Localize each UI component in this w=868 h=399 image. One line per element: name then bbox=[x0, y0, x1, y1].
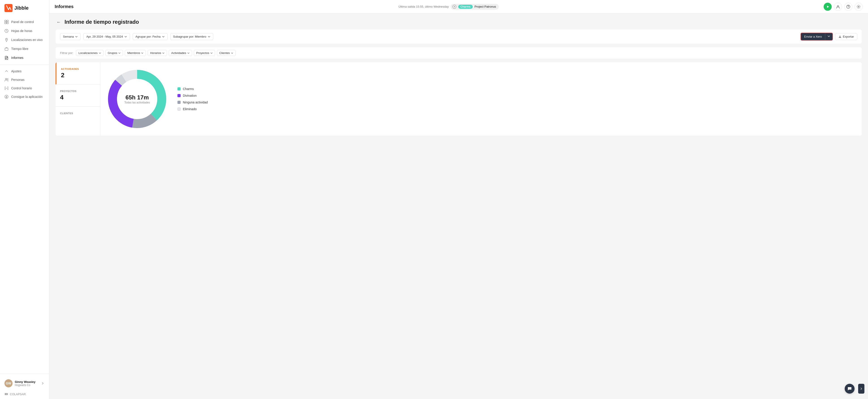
legend-item-divination: Divination bbox=[178, 94, 208, 97]
stat-actividades-value: 2 bbox=[61, 72, 96, 79]
sidebar-item-control[interactable]: Control horario bbox=[0, 84, 49, 93]
stat-clientes-label: CLIENTES bbox=[60, 112, 96, 114]
stat-actividades-label: ACTIVIDADES bbox=[61, 68, 96, 70]
filter-chip-miembros-label: Miembros bbox=[127, 51, 140, 55]
filter-chip-clientes[interactable]: Clientes bbox=[217, 50, 236, 56]
filter-chip-clientes-label: Clientes bbox=[219, 51, 230, 55]
user-profile-row[interactable]: GW Ginny Weasley Hogwarts Co bbox=[0, 377, 49, 390]
help-icon-btn[interactable] bbox=[844, 3, 852, 11]
filter-chip-grupos[interactable]: Grupos bbox=[105, 50, 123, 56]
date-range-label: Apr, 29 2024 - May, 05 2024 bbox=[86, 35, 123, 38]
last-exit-text: Última salida 15:55, último Wednesday bbox=[399, 5, 449, 8]
donut-total-time: 65h 17m bbox=[124, 94, 150, 101]
download-circle-icon bbox=[4, 95, 8, 99]
stats-panel: ACTIVIDADES 2 PROYECTOS 4 CLIENTES bbox=[56, 62, 100, 136]
svg-rect-4 bbox=[7, 22, 8, 24]
download-icon bbox=[838, 35, 842, 38]
charms-badge: Charms bbox=[458, 5, 473, 9]
chart-legend: Charms Divination Ninguna actividad Elim… bbox=[178, 87, 208, 111]
profile-icon-btn[interactable] bbox=[834, 3, 842, 11]
legend-label-eliminado: Eliminado bbox=[183, 107, 196, 111]
sidebar-item-informes-label: Informes bbox=[11, 56, 23, 60]
settings-icon-btn[interactable] bbox=[855, 3, 863, 11]
group-by-filter-btn[interactable]: Agrupar por: Fecha bbox=[133, 33, 167, 40]
sidebar-item-informes[interactable]: Informes bbox=[0, 53, 49, 62]
legend-label-divination: Divination bbox=[183, 94, 196, 97]
svg-rect-3 bbox=[5, 22, 6, 24]
period-filter-btn[interactable]: Semana bbox=[60, 33, 81, 40]
chat-expand-button[interactable] bbox=[858, 384, 864, 394]
svg-point-9 bbox=[7, 78, 8, 80]
play-button[interactable] bbox=[824, 3, 832, 11]
timer-badge[interactable]: Charms Project Patronus bbox=[451, 4, 499, 10]
export-label: Exportar bbox=[843, 35, 854, 38]
legend-label-ninguna: Ninguna actividad bbox=[183, 101, 208, 104]
chevron-down-icon-hor bbox=[162, 52, 164, 54]
filter-chip-localizaciones[interactable]: Localizaciones bbox=[76, 50, 103, 56]
group-by-label: Agrupar por: Fecha bbox=[135, 35, 161, 38]
sidebar-item-localizaciones-label: Localizaciones en vivo bbox=[11, 38, 42, 42]
filter-chip-miembros[interactable]: Miembros bbox=[125, 50, 146, 56]
legend-item-eliminado: Eliminado bbox=[178, 107, 208, 111]
chat-button[interactable] bbox=[845, 384, 855, 394]
sidebar: Jibble Panel de control Hojas de horas bbox=[0, 0, 49, 399]
send-xero-label: Enviar a Xero bbox=[801, 33, 825, 40]
filter-by-label: Filtrar por: bbox=[60, 51, 73, 55]
project-tag: Project Patronus bbox=[474, 5, 496, 8]
top-header: Informes Última salida 15:55, último Wed… bbox=[49, 0, 868, 13]
sidebar-item-ajustes-label: Ajustes bbox=[11, 69, 22, 73]
user-name: Ginny Weasley bbox=[15, 380, 39, 384]
filter-chip-proyectos[interactable]: Proyectos bbox=[194, 50, 215, 56]
back-button[interactable]: ← bbox=[56, 20, 62, 25]
settings-icon bbox=[857, 5, 861, 9]
sidebar-item-localizaciones[interactable]: Localizaciones en vivo bbox=[0, 35, 49, 44]
legend-label-charms: Charms bbox=[183, 87, 194, 91]
sidebar-item-tiempo-label: Tiempo libre bbox=[11, 47, 28, 51]
chevron-down-icon-2 bbox=[124, 35, 127, 38]
send-xero-button[interactable]: Enviar a Xero bbox=[801, 33, 833, 40]
legend-dot-ninguna bbox=[178, 101, 181, 104]
play-icon-small bbox=[453, 5, 456, 9]
header-actions bbox=[824, 3, 863, 11]
sidebar-item-panel[interactable]: Panel de control bbox=[0, 18, 49, 26]
chevron-up-icon bbox=[4, 69, 8, 73]
sidebar-item-hojas[interactable]: Hojas de horas bbox=[0, 26, 49, 35]
chevron-down-icon-xero bbox=[828, 35, 830, 38]
sidebar-item-personas-label: Personas bbox=[11, 78, 24, 81]
scan-icon bbox=[4, 86, 8, 90]
date-range-filter-btn[interactable]: Apr, 29 2024 - May, 05 2024 bbox=[83, 33, 130, 40]
filter-chip-actividades-label: Actividades bbox=[171, 51, 186, 55]
page-title: Informe de tiempo registrado bbox=[65, 19, 139, 25]
svg-point-8 bbox=[5, 78, 7, 80]
filter-chip-actividades[interactable]: Actividades bbox=[169, 50, 192, 56]
briefcase-icon bbox=[4, 47, 8, 51]
chevron-down-icon-mem bbox=[141, 52, 144, 54]
sidebar-item-ajustes[interactable]: Ajustes bbox=[0, 67, 49, 75]
help-icon bbox=[846, 5, 850, 9]
export-button[interactable]: Exportar bbox=[835, 33, 857, 40]
chevron-down-icon-loc bbox=[99, 52, 101, 54]
donut-center: 65h 17m Todas las actividades bbox=[124, 94, 150, 104]
chevron-down-icon-act bbox=[187, 52, 190, 54]
stats-chart-row: ACTIVIDADES 2 PROYECTOS 4 CLIENTES bbox=[56, 62, 862, 136]
logo-text: Jibble bbox=[14, 5, 29, 11]
sidebar-item-personas[interactable]: Personas bbox=[0, 75, 49, 84]
legend-dot-charms bbox=[178, 87, 181, 91]
sidebar-item-panel-label: Panel de control bbox=[11, 20, 34, 24]
action-buttons: Enviar a Xero Exportar bbox=[801, 33, 857, 40]
jibble-logo-icon bbox=[4, 4, 12, 12]
filter-chip-horarios[interactable]: Horarios bbox=[148, 50, 167, 56]
sidebar-item-tiempo[interactable]: Tiempo libre bbox=[0, 44, 49, 53]
xero-dropdown-arrow[interactable] bbox=[825, 33, 832, 40]
sidebar-bottom: GW Ginny Weasley Hogwarts Co COLAPSAR bbox=[0, 374, 49, 399]
sidebar-item-hojas-label: Hojas de horas bbox=[11, 29, 32, 33]
stat-proyectos-label: PROYECTOS bbox=[60, 90, 96, 93]
sidebar-item-app[interactable]: Consigue la aplicación bbox=[0, 93, 49, 101]
content-area: ← Informe de tiempo registrado Semana Ap… bbox=[49, 13, 868, 399]
subgroup-by-filter-btn[interactable]: Subagrupar por: Miembro bbox=[170, 33, 213, 40]
filter-chip-proyectos-label: Proyectos bbox=[196, 51, 209, 55]
play-icon bbox=[826, 5, 830, 8]
collapse-button[interactable]: COLAPSAR bbox=[0, 390, 49, 399]
svg-rect-2 bbox=[7, 20, 8, 22]
svg-point-14 bbox=[848, 7, 848, 8]
